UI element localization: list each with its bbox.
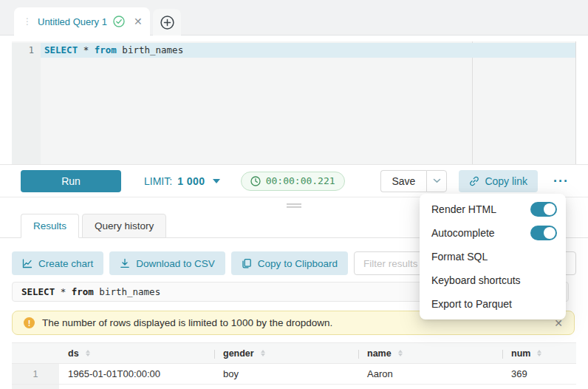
create-chart-label: Create chart: [38, 258, 93, 269]
cell-name: Aaron: [358, 364, 502, 384]
clock-icon: [250, 176, 261, 186]
header-row-number: [12, 343, 59, 363]
render-html-toggle[interactable]: [530, 202, 557, 217]
row-number-cell: 1: [12, 364, 59, 384]
sort-icon[interactable]: [86, 350, 90, 356]
download-icon: [120, 258, 130, 268]
tab-bar: ⋮ Untitled Query 1 ✕: [0, 0, 588, 35]
cell-num: 369: [502, 364, 576, 384]
download-csv-label: Download to CSV: [136, 258, 215, 269]
close-tab-icon[interactable]: ✕: [134, 16, 143, 27]
menu-item-label: Export to Parquet: [431, 298, 512, 310]
table-row-partial: [12, 385, 576, 389]
timer-value: 00:00:00.221: [266, 175, 335, 186]
copy-clipboard-button[interactable]: Copy to Clipboard: [231, 251, 348, 275]
autocomplete-toggle[interactable]: [530, 226, 557, 240]
column-divider: [214, 350, 215, 359]
sql-text: *: [55, 286, 72, 297]
menu-item-render-html[interactable]: Render HTML: [420, 197, 566, 221]
warning-text: The number of rows displayed is limited …: [42, 317, 332, 328]
chart-icon: [22, 258, 33, 268]
more-options-button[interactable]: ···: [553, 175, 569, 188]
header-name[interactable]: name: [358, 343, 502, 363]
copy-clipboard-label: Copy to Clipboard: [258, 258, 338, 269]
menu-item-label: Keyboard shortcuts: [431, 274, 521, 286]
print-margin-ruler: [472, 41, 473, 164]
run-button[interactable]: Run: [21, 170, 121, 192]
warning-icon: !: [24, 317, 35, 328]
limit-dropdown[interactable]: LIMIT: 1 000: [144, 175, 220, 187]
editor-line-1: 1 SELECT * from birth_names: [12, 43, 575, 58]
menu-item-format-sql[interactable]: Format SQL: [420, 245, 566, 268]
cell-ds: 1965-01-01T00:00:00: [59, 364, 214, 384]
limit-value: 1 000: [177, 175, 205, 187]
menu-item-export-parquet[interactable]: Export to Parquet: [420, 292, 566, 316]
sql-code-line[interactable]: SELECT * from birth_names: [41, 43, 575, 58]
header-label: gender: [223, 348, 254, 359]
cell-gender: boy: [214, 364, 358, 384]
menu-item-label: Autocomplete: [431, 227, 495, 239]
menu-item-keyboard-shortcuts[interactable]: Keyboard shortcuts: [420, 268, 566, 292]
table-row[interactable]: 1 1965-01-01T00:00:00 boy Aaron 369: [12, 364, 576, 385]
header-ds[interactable]: ds: [59, 343, 214, 363]
row-number-cell: [12, 385, 59, 389]
sql-text: birth_names: [117, 44, 183, 55]
save-options-button[interactable]: [426, 170, 447, 192]
limit-label: LIMIT:: [144, 175, 172, 187]
download-csv-button[interactable]: Download to CSV: [109, 251, 225, 275]
line-number: 1: [12, 43, 41, 58]
results-table: ds gender name num 1 1965-01-01T00:00:00…: [12, 342, 576, 389]
copy-link-label: Copy link: [485, 175, 527, 187]
header-num[interactable]: num: [502, 343, 576, 363]
editor-toolbar: Run LIMIT: 1 000 00:00:00.221 Save Copy …: [0, 164, 588, 197]
menu-item-label: Render HTML: [431, 203, 496, 215]
query-tab[interactable]: ⋮ Untitled Query 1 ✕: [14, 7, 150, 35]
header-gender[interactable]: gender: [214, 343, 358, 363]
sql-keyword: from: [72, 286, 94, 297]
menu-item-autocomplete[interactable]: Autocomplete: [420, 221, 566, 245]
copy-link-button[interactable]: Copy link: [459, 170, 538, 192]
menu-item-label: Format SQL: [431, 251, 488, 263]
tab-results[interactable]: Results: [21, 214, 79, 238]
gutter: [12, 58, 41, 164]
save-split-button: Save: [380, 170, 448, 192]
link-icon: [469, 176, 479, 186]
pane-resize-handle[interactable]: [287, 203, 301, 208]
column-divider: [358, 350, 359, 359]
query-timer: 00:00:00.221: [241, 172, 345, 191]
header-label: name: [367, 348, 392, 359]
sql-keyword: SELECT: [44, 44, 78, 55]
save-button[interactable]: Save: [380, 170, 427, 192]
header-label: num: [511, 348, 530, 359]
add-tab-button[interactable]: [153, 9, 181, 35]
query-tab-label: Untitled Query 1: [38, 16, 107, 27]
sql-editor[interactable]: 1 SELECT * from birth_names: [12, 41, 576, 164]
copy-icon: [242, 258, 252, 268]
sort-icon[interactable]: [261, 350, 265, 356]
tab-query-history[interactable]: Query history: [82, 214, 166, 238]
plus-circle-icon: [160, 16, 174, 30]
create-chart-button[interactable]: Create chart: [12, 251, 103, 275]
column-divider: [502, 350, 503, 359]
query-success-icon: [113, 16, 125, 27]
sort-icon[interactable]: [537, 350, 541, 356]
sql-text: birth_names: [94, 286, 160, 297]
caret-down-icon: [213, 179, 220, 183]
table-header-row: ds gender name num: [12, 342, 576, 364]
chevron-down-icon: [433, 178, 441, 183]
sql-text: *: [78, 44, 95, 55]
sql-keyword: SELECT: [21, 286, 55, 297]
drag-handle-icon[interactable]: ⋮: [23, 17, 32, 26]
more-options-menu: Render HTML Autocomplete Format SQL Keyb…: [420, 194, 566, 319]
sort-icon[interactable]: [398, 350, 403, 356]
header-label: ds: [68, 348, 79, 359]
sql-keyword: from: [95, 44, 117, 55]
